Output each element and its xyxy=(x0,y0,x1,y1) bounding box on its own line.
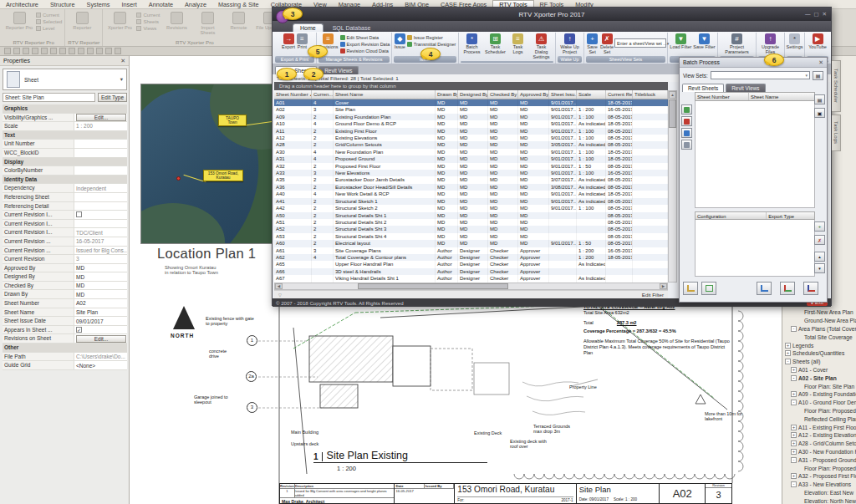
tree-item[interactable]: - A02 - Site Plan xyxy=(783,374,856,382)
table-row[interactable]: A36 2 Eurostacker Door Head/Sill Details… xyxy=(274,184,668,191)
type-selector[interactable]: Sheet ▾ xyxy=(3,69,127,90)
youtube-button[interactable]: ▶ YouTube xyxy=(808,33,828,51)
tree-item[interactable]: + A09 - Existing Foundation Pla... xyxy=(783,390,856,399)
tree-expander[interactable]: + xyxy=(785,343,791,349)
property-value[interactable]: A02 A02 A02 xyxy=(74,299,127,308)
qat-icon[interactable] xyxy=(13,48,20,54)
property-value[interactable] xyxy=(74,220,127,228)
sheet-view-set-combo[interactable]: Enter a sheet/View set ... ▾ xyxy=(614,38,666,48)
export-batch-button[interactable] xyxy=(780,282,795,295)
table-row[interactable]: A41 2 Structural Sketch 1 MD MD MD MD 9/… xyxy=(274,198,668,205)
save-batch-button[interactable] xyxy=(701,282,716,295)
dock-tab-task-scheduler[interactable]: Task Scheduler xyxy=(832,60,841,112)
dock-tab-task-logs[interactable]: Task Logs xyxy=(832,115,841,151)
property-row[interactable]: ColorByNumber xyxy=(3,166,127,176)
property-value[interactable]: Edit... Edit... Edit... xyxy=(74,334,127,343)
tree-expander[interactable]: + xyxy=(791,440,797,446)
column-header[interactable]: Curren... xyxy=(312,90,334,99)
column-header[interactable]: Configuration xyxy=(696,212,767,219)
table-row[interactable]: A61 3 Site Coverage Plans Author Designe… xyxy=(274,247,668,254)
tree-item[interactable]: Ground-New Area Plan xyxy=(783,317,856,325)
property-value[interactable] xyxy=(74,193,127,201)
tree-item[interactable]: First-New Area Plan xyxy=(783,308,856,317)
view-sets-options-button[interactable]: ▤ xyxy=(813,71,823,80)
column-header[interactable]: Titleblock xyxy=(633,90,668,99)
tree-expander[interactable]: + xyxy=(791,367,797,373)
tab-insert[interactable]: Insert xyxy=(116,0,143,8)
select-all-button[interactable] xyxy=(681,128,692,138)
horizontal-scrollbar[interactable]: ◀ ▶ xyxy=(274,283,668,290)
tree-item[interactable]: + A30 - New Foundation Plan xyxy=(783,448,856,456)
add-config-button[interactable]: + xyxy=(814,221,825,232)
table-row[interactable]: A09 2 Existing Foundation Plan MD MD MD … xyxy=(274,114,668,120)
instance-selector[interactable]: Sheet: Site Plan xyxy=(3,93,95,102)
table-row[interactable]: A40 4 New Work Detail & RCP MD MD MD MD … xyxy=(274,191,668,197)
qat-icon[interactable] xyxy=(59,48,66,54)
run-batch-button[interactable] xyxy=(757,282,772,295)
qat-icon[interactable] xyxy=(23,48,29,54)
add-sheets-button[interactable] xyxy=(681,104,692,115)
property-value[interactable]: 1 : 200 1 : 200 1 : 200 xyxy=(74,122,127,130)
option-sheets[interactable]: Sheets xyxy=(136,19,160,24)
remote-button[interactable]: Remote xyxy=(224,10,252,30)
tree-expander[interactable]: - xyxy=(791,375,797,381)
xporter-pro-button[interactable]: Xporter Pro xyxy=(105,10,134,30)
property-row[interactable]: Referencing Detail xyxy=(3,202,127,211)
column-header[interactable]: Sheet Name xyxy=(334,90,436,99)
config-grid-body[interactable] xyxy=(695,220,815,277)
qat-icon[interactable] xyxy=(96,48,103,54)
tab-annotate[interactable]: Annotate xyxy=(143,0,179,8)
property-row[interactable]: Current Revision ... 16-05-2017 16-05-20… xyxy=(3,237,127,247)
edit-button[interactable]: Edit... xyxy=(76,335,126,343)
property-row[interactable]: Text xyxy=(3,131,127,140)
tree-item[interactable]: Elevation: East New xyxy=(783,489,856,497)
qat-icon[interactable] xyxy=(50,48,57,54)
property-row[interactable]: Unit Number xyxy=(3,140,127,149)
table-row[interactable]: A28 2 Grid/Column Setouts MD MD MD MD 3/… xyxy=(274,141,668,148)
table-row[interactable]: A33 3 New Elevations MD MD MD MD 9/01/20… xyxy=(274,170,668,176)
tree-item[interactable]: Floor Plan: Site Plan Exist... xyxy=(783,382,856,390)
tab-revit-sheets[interactable]: Revit Sheets xyxy=(682,84,724,92)
edit-button[interactable]: Edit... xyxy=(76,114,126,121)
settings-button[interactable]: * Settings xyxy=(786,33,804,51)
tab-sql-database[interactable]: SQL Database xyxy=(326,24,378,32)
table-row[interactable]: A35 2 Eurostacker Door Jamb Details MD M… xyxy=(274,176,668,183)
tree-item[interactable]: + A28 - Grid/Column Setouts xyxy=(783,440,856,448)
tree-expander[interactable]: + xyxy=(791,473,797,479)
print-batch-button[interactable] xyxy=(803,282,818,295)
column-header[interactable]: Current Re... xyxy=(606,90,633,99)
qat-icon[interactable] xyxy=(78,48,84,54)
property-row[interactable]: Drawn By MD MD MD xyxy=(3,290,127,299)
table-row[interactable]: A42 2 Structural Sketch 2 MD MD MD MD 9/… xyxy=(274,205,668,211)
import-sheets-button[interactable]: Import Sheets xyxy=(193,10,222,35)
maximize-icon[interactable]: ▢ xyxy=(813,11,818,18)
column-header[interactable]: Approved By xyxy=(518,90,549,99)
checkbox[interactable] xyxy=(76,211,82,217)
property-row[interactable]: Checked By MD MD MD xyxy=(3,282,127,291)
property-row[interactable]: Appears In Sheet ... ✓ ✓ ✓ xyxy=(3,326,127,335)
tree-item[interactable]: - A31 - Proposed Ground xyxy=(783,456,856,464)
tree-item[interactable]: + A12 - Existing Elevations xyxy=(783,431,856,440)
table-row[interactable]: A12 2 Existing Elevations MD MD MD MD 9/… xyxy=(274,135,668,141)
property-row[interactable]: Dependency Independent Independent Indep… xyxy=(3,184,127,193)
tab-massing-site[interactable]: Massing & Site xyxy=(212,0,265,8)
table-row[interactable]: A52 2 Structural Details Sht 3 MD MD MD … xyxy=(274,226,668,232)
grid-refresh-button[interactable]: ▣ xyxy=(814,108,825,118)
property-row[interactable]: Display xyxy=(3,158,127,167)
table-row[interactable]: A62 4 Total Coverage & Contour plans Aut… xyxy=(274,254,668,261)
column-header[interactable]: Export Type xyxy=(767,212,814,219)
reporter-pro-button[interactable]: Reporter Pro xyxy=(5,10,33,30)
property-value[interactable] xyxy=(74,166,127,175)
property-row[interactable]: Sheet Number A02 A02 A02 xyxy=(3,299,127,308)
transmittal-designer-button[interactable]: Transmittal Designer xyxy=(407,42,456,47)
tree-expander[interactable]: + xyxy=(785,350,791,356)
scroll-right-icon[interactable]: ▶ xyxy=(660,283,667,289)
tree-item[interactable]: - A33 - New Elevations xyxy=(783,481,856,489)
close-icon[interactable]: ✕ xyxy=(818,59,823,66)
property-row[interactable]: Other xyxy=(3,344,127,353)
property-value[interactable]: Issued for Blg Cons... Issued for Blg Co… xyxy=(74,247,127,255)
export-button[interactable]: → Export xyxy=(281,33,296,51)
edit-type-button[interactable]: Edit Type xyxy=(98,93,127,102)
property-row[interactable]: Sheet Name Site Plan Site Plan Site Plan xyxy=(3,308,127,318)
property-value[interactable]: TDC/Client TDC/Client TDC/Client xyxy=(74,228,127,237)
